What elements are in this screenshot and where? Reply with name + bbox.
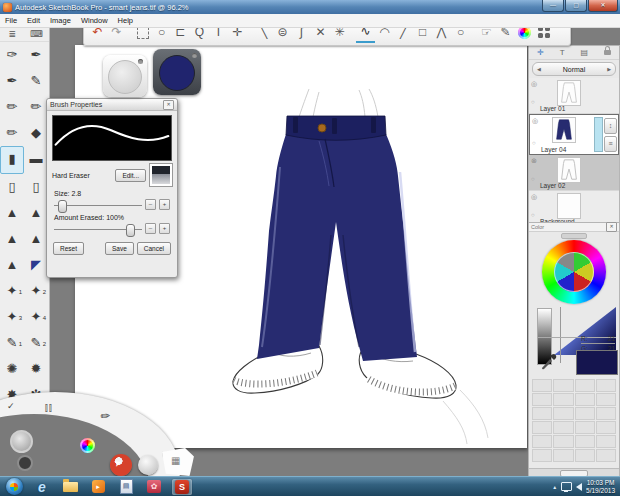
brush-airbrush[interactable]: ▲ bbox=[0, 252, 24, 278]
panel-drag-handle[interactable] bbox=[561, 233, 587, 239]
brush-eraser-block-2[interactable]: ▯ bbox=[24, 174, 48, 200]
empty-swatch[interactable] bbox=[596, 407, 616, 420]
empty-swatch[interactable] bbox=[532, 421, 552, 434]
color-puck[interactable] bbox=[153, 49, 201, 95]
empty-swatch[interactable] bbox=[575, 379, 595, 392]
taskbar-photo-app[interactable]: ✿ bbox=[144, 479, 164, 495]
menu-help[interactable]: Help bbox=[113, 15, 138, 26]
taskbar-media-player[interactable]: ▸ bbox=[88, 479, 108, 495]
empty-swatch[interactable] bbox=[532, 435, 552, 448]
taskbar-clock[interactable]: 10:03 PM 5/19/2013 bbox=[586, 479, 615, 495]
empty-swatch[interactable] bbox=[553, 421, 573, 434]
size-slider[interactable] bbox=[54, 200, 142, 210]
accept-icon[interactable]: ✓ bbox=[7, 401, 15, 411]
blend-next-icon[interactable]: ▶ bbox=[607, 66, 611, 72]
slider-thumb[interactable] bbox=[58, 200, 67, 213]
brush-ballpoint[interactable]: ✒ bbox=[0, 68, 24, 94]
layer-radio[interactable]: ○ bbox=[531, 212, 535, 218]
brush-chisel-marker[interactable]: ✏ bbox=[0, 94, 24, 120]
brush-soft-eraser[interactable]: ▬ bbox=[24, 146, 48, 172]
brush-custom-pen-1[interactable]: ✎1 bbox=[0, 330, 24, 356]
layer-radio[interactable]: ○ bbox=[531, 176, 535, 182]
current-color-swatch[interactable] bbox=[576, 350, 618, 375]
lagoon-image-puck[interactable] bbox=[10, 430, 33, 453]
brush-custom-brush-4[interactable]: ✦4 bbox=[24, 304, 48, 330]
layer-menu-button[interactable]: ≡ bbox=[604, 136, 617, 152]
empty-swatch[interactable] bbox=[553, 393, 573, 406]
save-button[interactable]: Save bbox=[105, 242, 134, 255]
dialog-close-icon[interactable]: ✕ bbox=[163, 100, 174, 110]
color-panel-close-icon[interactable]: ✕ bbox=[606, 222, 617, 232]
brush-pencil[interactable]: ✑ bbox=[0, 42, 24, 68]
empty-swatch[interactable] bbox=[532, 379, 552, 392]
size-decrease-button[interactable]: – bbox=[145, 199, 156, 210]
eyedropper-icon[interactable] bbox=[539, 351, 559, 371]
close-button[interactable]: ✕ bbox=[588, 0, 618, 12]
brush-puck[interactable] bbox=[103, 55, 147, 97]
taskbar-internet-explorer[interactable]: e bbox=[32, 479, 52, 495]
color-wheel[interactable] bbox=[542, 240, 606, 304]
menu-file[interactable]: File bbox=[0, 15, 22, 26]
brush-paintbrush-4[interactable]: ▲ bbox=[24, 226, 48, 252]
empty-swatch[interactable] bbox=[553, 407, 573, 420]
layer-radio[interactable]: ○ bbox=[531, 99, 535, 105]
empty-swatch[interactable] bbox=[532, 407, 552, 420]
dialog-title-bar[interactable]: Brush Properties ✕ bbox=[47, 99, 177, 111]
empty-swatch[interactable] bbox=[553, 449, 573, 462]
undo-puck[interactable] bbox=[110, 454, 132, 476]
empty-swatch[interactable] bbox=[596, 435, 616, 448]
empty-swatch[interactable] bbox=[596, 393, 616, 406]
amount-erased-slider[interactable] bbox=[54, 224, 142, 234]
reset-button[interactable]: Reset bbox=[53, 242, 84, 255]
brush-paintbrush-2[interactable]: ▲ bbox=[24, 200, 48, 226]
cancel-button[interactable]: Cancel bbox=[137, 242, 171, 255]
layer-opacity-slider[interactable] bbox=[594, 117, 603, 152]
brush-pair-icon[interactable]: ⫿⫿ bbox=[45, 403, 53, 414]
slider-thumb[interactable] bbox=[126, 224, 135, 237]
maximize-button[interactable]: ▢ bbox=[565, 0, 587, 12]
brush-custom-brush-2[interactable]: ✦2 bbox=[24, 278, 48, 304]
eye-icon[interactable]: ◎ bbox=[531, 80, 537, 88]
brush-thumbnail[interactable] bbox=[150, 164, 172, 186]
amount-decrease-button[interactable]: – bbox=[145, 223, 156, 234]
keyboard-shortcuts-icon[interactable]: ⌨ bbox=[27, 29, 47, 39]
lock-layer-icon[interactable] bbox=[604, 48, 611, 57]
color-wheel-inner[interactable] bbox=[554, 252, 594, 292]
empty-swatch[interactable] bbox=[575, 393, 595, 406]
brush-highlighter[interactable]: ◆ bbox=[24, 120, 48, 146]
menu-window[interactable]: Window bbox=[76, 15, 113, 26]
empty-swatch[interactable] bbox=[575, 421, 595, 434]
brush-spatter-1[interactable]: ✺ bbox=[0, 356, 24, 382]
amount-increase-button[interactable]: + bbox=[159, 223, 170, 234]
blend-prev-icon[interactable]: ◀ bbox=[537, 66, 541, 72]
empty-swatch[interactable] bbox=[596, 449, 616, 462]
brush-felt-pen[interactable]: ✏ bbox=[24, 94, 48, 120]
brush-custom-brush-3[interactable]: ✦3 bbox=[0, 304, 24, 330]
volume-icon[interactable] bbox=[576, 483, 582, 491]
layer-row-layer04-selected[interactable]: ◎ ○ Layer 04 ↕ ≡ bbox=[529, 114, 619, 155]
color-panel-title-bar[interactable]: Color ✕ bbox=[529, 223, 619, 232]
brush-paintbrush-1[interactable]: ▲ bbox=[0, 200, 24, 226]
eye-icon[interactable]: ◎ bbox=[532, 117, 538, 125]
lagoon-color-wheel-icon[interactable] bbox=[80, 438, 95, 453]
empty-swatch[interactable] bbox=[575, 435, 595, 448]
taskbar-start[interactable] bbox=[4, 479, 24, 495]
menu-image[interactable]: Image bbox=[45, 15, 76, 26]
brush-puck-disc[interactable] bbox=[108, 60, 142, 94]
layer-row-layer01[interactable]: ◎ ○ Layer 01 bbox=[529, 78, 619, 114]
blend-mode-selector[interactable]: ◀ Normal ▶ bbox=[532, 62, 616, 76]
redo-puck[interactable] bbox=[138, 455, 158, 475]
menu-edit[interactable]: Edit bbox=[22, 15, 45, 26]
brush-fine-liner[interactable]: ✏ bbox=[0, 120, 24, 146]
edit-button[interactable]: Edit... bbox=[115, 169, 146, 182]
empty-swatch[interactable] bbox=[532, 393, 552, 406]
empty-swatch[interactable] bbox=[553, 379, 573, 392]
tool-flag-tile[interactable]: ▦ bbox=[162, 448, 194, 476]
empty-swatch[interactable] bbox=[575, 407, 595, 420]
tray-chevron-icon[interactable]: ▲ bbox=[552, 484, 557, 490]
move-layer-icon[interactable]: ✛ bbox=[537, 48, 544, 57]
layer-radio[interactable]: ○ bbox=[532, 140, 536, 146]
brush-paintbrush-3[interactable]: ▲ bbox=[0, 226, 24, 252]
brush-hard-eraser[interactable]: ▮ bbox=[0, 146, 24, 174]
network-icon[interactable] bbox=[561, 482, 572, 491]
